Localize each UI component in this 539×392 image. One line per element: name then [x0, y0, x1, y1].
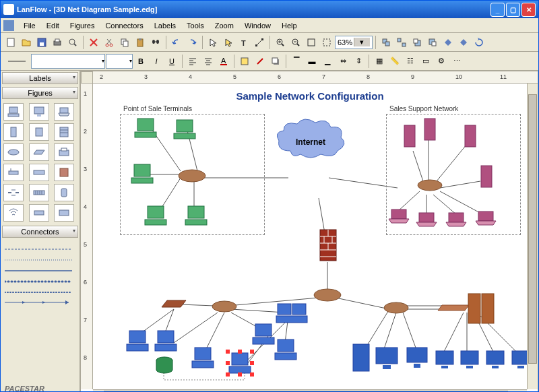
figures-panel-head[interactable]: Figures▾	[2, 87, 78, 99]
resize-handle-ne[interactable]	[250, 350, 254, 354]
resize-handle-se[interactable]	[250, 372, 254, 377]
distribute-v-button[interactable]: ⇕	[351, 54, 366, 69]
stencil-switch[interactable]	[29, 164, 49, 181]
monitor-3[interactable]	[433, 350, 456, 370]
stencil-box2[interactable]	[54, 204, 74, 222]
stencil-rack[interactable]	[54, 123, 74, 141]
chevron-down-icon[interactable]: ▾	[354, 38, 371, 46]
redo-button[interactable]	[185, 35, 199, 50]
sales-laptop-3[interactable]	[445, 211, 468, 228]
bold-button[interactable]: B	[133, 54, 148, 69]
stencil-tower[interactable]	[29, 123, 49, 141]
more-button[interactable]: ⋯	[449, 54, 464, 69]
menu-tools[interactable]: Tools	[181, 20, 210, 31]
canvas[interactable]: Sample Network Configuration	[93, 84, 527, 389]
font-combo[interactable]: ▾	[31, 54, 105, 69]
arrange-button[interactable]: ▭	[418, 54, 433, 69]
pointer-tool[interactable]	[205, 35, 220, 50]
shadow-button[interactable]	[268, 54, 283, 69]
resize-handle-w[interactable]	[226, 361, 230, 365]
snap-grid-button[interactable]: ▦	[372, 54, 387, 69]
zoom-fit-button[interactable]	[304, 35, 319, 50]
firewall[interactable]	[319, 228, 338, 262]
text-color-button[interactable]: A	[216, 54, 231, 69]
distribute-h-button[interactable]: ⇔	[336, 54, 350, 69]
align-left-button[interactable]	[185, 54, 200, 69]
scrollbar-vertical[interactable]	[527, 84, 538, 389]
workstation-2[interactable]	[154, 329, 178, 352]
pos-router[interactable]	[177, 168, 207, 184]
app-menu-icon[interactable]	[3, 20, 14, 31]
ungroup-button[interactable]	[394, 35, 409, 50]
connector-arrow[interactable]	[5, 298, 75, 306]
stencil-printer[interactable]	[54, 143, 74, 161]
switch-left[interactable]	[160, 298, 187, 310]
router-right[interactable]	[383, 300, 410, 315]
workstation-pair[interactable]	[275, 302, 309, 325]
connector-dashed[interactable]	[5, 244, 75, 253]
scrollbar-horizontal[interactable]	[93, 389, 527, 392]
props-button[interactable]: ⚙	[434, 54, 449, 69]
align-bottom-button[interactable]: ▁	[320, 54, 335, 69]
stencil-box1[interactable]	[29, 204, 49, 222]
open-button[interactable]	[19, 35, 34, 50]
menu-figures[interactable]: Figures	[65, 20, 100, 31]
menu-labels[interactable]: Labels	[149, 20, 181, 31]
monitor-2[interactable]	[404, 346, 430, 369]
zoom-combo[interactable]: 63%▾	[335, 36, 373, 49]
resize-handle-nw[interactable]	[226, 350, 230, 354]
resize-handle-e[interactable]	[250, 361, 254, 365]
preview-button[interactable]	[65, 35, 80, 50]
menu-file[interactable]: File	[18, 20, 41, 31]
align-top-button[interactable]: ▔	[289, 54, 304, 69]
menu-help[interactable]: Help	[276, 20, 303, 31]
stencil-phone[interactable]	[54, 184, 74, 201]
pos-terminal-1[interactable]	[133, 117, 158, 139]
group-button[interactable]	[379, 35, 393, 50]
pos-terminal-4[interactable]	[144, 205, 168, 226]
close-button[interactable]: ✕	[521, 3, 536, 17]
minimize-button[interactable]: _	[490, 3, 505, 17]
workstation-5[interactable]	[274, 338, 298, 361]
sales-router[interactable]	[416, 178, 443, 193]
sales-server-4[interactable]	[478, 164, 495, 189]
stencil-firewall[interactable]	[54, 164, 74, 181]
pos-terminal-2[interactable]	[172, 119, 197, 140]
stencil-hub[interactable]	[29, 143, 49, 161]
ruler-button[interactable]: 📏	[387, 54, 402, 69]
resize-handle-n[interactable]	[238, 350, 242, 354]
stencil-monitor[interactable]	[29, 103, 49, 121]
connector-dotted[interactable]	[5, 255, 75, 263]
pos-terminal-5[interactable]	[184, 205, 208, 226]
align-center-button[interactable]	[201, 54, 216, 69]
stencil-patch[interactable]	[29, 184, 49, 201]
tower-1[interactable]	[350, 343, 372, 372]
workstation-4[interactable]	[251, 323, 276, 346]
italic-button[interactable]: I	[149, 54, 164, 69]
chevron-down-icon[interactable]: ▾	[73, 228, 75, 234]
rack-server[interactable]	[467, 292, 497, 325]
align-middle-button[interactable]: ▬	[305, 54, 319, 69]
core-router[interactable]	[313, 287, 342, 303]
workstation-selected[interactable]	[228, 352, 252, 374]
rotate-button[interactable]	[472, 35, 486, 50]
line-color-button[interactable]	[253, 54, 267, 69]
sales-laptop-2[interactable]	[415, 211, 438, 228]
undo-button[interactable]	[169, 35, 184, 50]
resize-handle-sw[interactable]	[226, 372, 230, 377]
print-button[interactable]	[50, 35, 65, 50]
stencil-router[interactable]	[3, 143, 24, 161]
back-button[interactable]	[425, 35, 440, 50]
chevron-down-icon[interactable]: ▾	[73, 89, 75, 95]
cut-button[interactable]	[102, 35, 117, 50]
menu-edit[interactable]: Edit	[41, 20, 65, 31]
router-left[interactable]	[211, 299, 238, 314]
sales-server-2[interactable]	[422, 117, 438, 141]
front-button[interactable]	[410, 35, 424, 50]
workstation-3[interactable]	[191, 346, 215, 369]
database[interactable]	[155, 356, 174, 375]
find-button[interactable]	[148, 35, 163, 50]
save-button[interactable]	[34, 35, 49, 50]
underline-button[interactable]: U	[164, 54, 179, 69]
select-tool[interactable]	[221, 35, 236, 50]
